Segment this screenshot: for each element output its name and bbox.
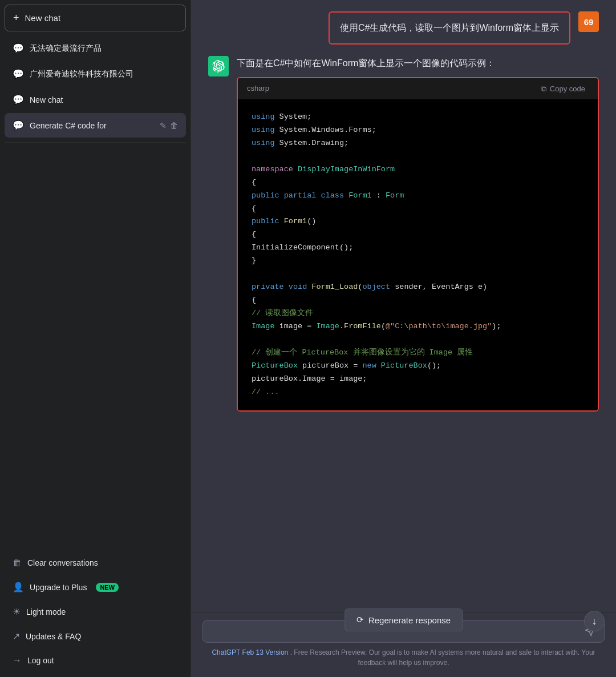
scroll-down-icon: ↓ bbox=[592, 615, 597, 627]
chat-label: 无法确定最流行产品 bbox=[30, 43, 178, 54]
scroll-bottom-button[interactable]: ↓ bbox=[584, 611, 605, 631]
code-token: // 读取图像文件 bbox=[252, 309, 313, 317]
sidebar-action-updates[interactable]: ↗ Updates & FAQ bbox=[5, 624, 186, 648]
regenerate-label: Regenerate response bbox=[368, 615, 451, 625]
chat-area: 使用C#生成代码，读取一个图片到Winform窗体上显示 69 下面是在C#中如… bbox=[191, 0, 616, 612]
code-token: @"C:\path\to\image.jpg" bbox=[386, 322, 492, 331]
code-token: System.Windows.Forms; bbox=[275, 126, 376, 134]
sidebar-chat-item-chat3[interactable]: 💬 New chat bbox=[5, 87, 186, 112]
ai-content: 下面是在C#中如何在WinForm窗体上显示一个图像的代码示例： csharp … bbox=[237, 56, 599, 412]
regenerate-icon: ⟳ bbox=[356, 615, 364, 625]
code-token: Image bbox=[316, 322, 339, 331]
sidebar-actions: 🗑 Clear conversations 👤 Upgrade to Plus … bbox=[5, 551, 186, 672]
edit-icon[interactable]: ✎ bbox=[160, 121, 167, 130]
code-token bbox=[293, 165, 298, 174]
regenerate-button[interactable]: ⟳ Regenerate response bbox=[345, 609, 463, 631]
upgrade-label: Upgrade to Plus bbox=[30, 583, 87, 592]
code-token: public bbox=[252, 191, 279, 200]
user-avatar: 69 bbox=[578, 11, 599, 32]
sidebar-action-lightmode[interactable]: ☀ Light mode bbox=[5, 599, 186, 624]
code-token: System; bbox=[275, 112, 312, 121]
updates-label: Updates & FAQ bbox=[26, 632, 81, 641]
sidebar-bottom: 🗑 Clear conversations 👤 Upgrade to Plus … bbox=[5, 551, 186, 672]
code-token: InitializeComponent(); bbox=[252, 243, 353, 252]
code-token bbox=[284, 283, 289, 291]
code-token: (); bbox=[427, 361, 441, 370]
chat-label: New chat bbox=[30, 95, 178, 104]
delete-icon[interactable]: 🗑 bbox=[170, 121, 178, 130]
sidebar: + New chat 💬 无法确定最流行产品 💬 广州爱奇迪软件科技有限公司 💬… bbox=[0, 0, 191, 677]
code-token: new bbox=[362, 361, 376, 370]
code-token: namespace bbox=[252, 165, 293, 174]
sidebar-action-logout[interactable]: → Log out bbox=[5, 648, 186, 672]
code-line: using System.Drawing; bbox=[252, 137, 584, 150]
sidebar-chat-item-chat2[interactable]: 💬 广州爱奇迪软件科技有限公司 bbox=[5, 62, 186, 86]
code-line bbox=[252, 333, 584, 346]
footer-description: . Free Research Preview. Our goal is to … bbox=[290, 648, 595, 667]
ai-avatar bbox=[208, 56, 229, 76]
code-line: { bbox=[252, 294, 584, 307]
footer-text: ChatGPT Feb 13 Version . Free Research P… bbox=[202, 647, 605, 668]
code-token: . bbox=[339, 322, 344, 331]
code-token: using bbox=[252, 139, 275, 147]
chat-label: 广州爱奇迪软件科技有限公司 bbox=[30, 69, 178, 79]
code-line: PictureBox pictureBox = new PictureBox()… bbox=[252, 360, 584, 373]
code-line: { bbox=[252, 203, 584, 216]
code-line: // 创建一个 PictureBox 并将图像设置为它的 Image 属性 bbox=[252, 346, 584, 360]
upgrade-icon: 👤 bbox=[13, 582, 24, 593]
new-chat-label: New chat bbox=[25, 13, 61, 23]
copy-code-button[interactable]: ⧉ Copy code bbox=[538, 83, 589, 95]
code-line: public Form1() bbox=[252, 215, 584, 228]
sidebar-divider bbox=[5, 142, 186, 143]
copy-icon: ⧉ bbox=[541, 84, 546, 94]
new-chat-button[interactable]: + New chat bbox=[5, 5, 186, 31]
code-line: InitializeComponent(); bbox=[252, 241, 584, 255]
code-line bbox=[252, 268, 584, 281]
code-token: ( bbox=[381, 322, 386, 331]
user-avatar-text: 69 bbox=[584, 17, 594, 27]
code-token: // ... bbox=[252, 388, 279, 396]
sidebar-action-clear[interactable]: 🗑 Clear conversations bbox=[5, 551, 186, 575]
clear-label: Clear conversations bbox=[27, 558, 98, 567]
code-token: { bbox=[252, 230, 256, 239]
updates-icon: ↗ bbox=[13, 631, 20, 642]
code-block: using System;using System.Windows.Forms;… bbox=[238, 99, 598, 410]
user-message-text: 使用C#生成代码，读取一个图片到Winform窗体上显示 bbox=[340, 23, 559, 33]
sidebar-chat-item-chat4[interactable]: 💬 Generate C# code for ✎🗑 bbox=[5, 113, 186, 138]
chat-list: 💬 无法确定最流行产品 💬 广州爱奇迪软件科技有限公司 💬 New chat 💬… bbox=[5, 36, 186, 138]
code-token: Form bbox=[386, 191, 404, 200]
lightmode-label: Light mode bbox=[26, 607, 66, 616]
code-token: PictureBox bbox=[252, 361, 298, 370]
code-token: { bbox=[252, 178, 256, 187]
code-token: { bbox=[252, 296, 256, 304]
code-token bbox=[316, 191, 321, 200]
sidebar-chat-item-chat1[interactable]: 💬 无法确定最流行产品 bbox=[5, 36, 186, 61]
code-token: // 创建一个 PictureBox 并将图像设置为它的 Image 属性 bbox=[252, 348, 473, 357]
code-token: object bbox=[362, 283, 390, 291]
ai-message-row: 下面是在C#中如何在WinForm窗体上显示一个图像的代码示例： csharp … bbox=[208, 56, 599, 412]
code-token: private bbox=[252, 283, 284, 291]
chat-actions: ✎🗑 bbox=[160, 121, 178, 130]
code-token: () bbox=[307, 217, 316, 225]
code-token: using bbox=[252, 112, 275, 121]
upgrade-badge: NEW bbox=[96, 583, 119, 592]
sidebar-action-upgrade[interactable]: 👤 Upgrade to Plus NEW bbox=[5, 575, 186, 599]
code-line: pictureBox.Image = image; bbox=[252, 373, 584, 386]
chat-icon: 💬 bbox=[13, 120, 24, 131]
user-message-row: 使用C#生成代码，读取一个图片到Winform窗体上显示 69 bbox=[208, 11, 599, 45]
code-block-header: csharp ⧉ Copy code bbox=[238, 78, 598, 99]
code-token: PictureBox bbox=[381, 361, 427, 370]
code-token: ); bbox=[492, 322, 501, 331]
ai-intro-text: 下面是在C#中如何在WinForm窗体上显示一个图像的代码示例： bbox=[237, 56, 599, 71]
chat-label: Generate C# code for bbox=[30, 121, 154, 130]
code-token bbox=[279, 191, 284, 200]
code-line: Image image = Image.FromFile(@"C:\path\t… bbox=[252, 320, 584, 333]
chat-icon: 💬 bbox=[13, 68, 24, 79]
code-token: using bbox=[252, 126, 275, 134]
copy-code-label: Copy code bbox=[550, 84, 585, 93]
footer-link[interactable]: ChatGPT Feb 13 Version bbox=[212, 648, 288, 656]
code-token bbox=[279, 217, 284, 225]
code-line: using System.Windows.Forms; bbox=[252, 124, 584, 137]
plus-icon: + bbox=[13, 12, 19, 24]
sidebar-top: + New chat 💬 无法确定最流行产品 💬 广州爱奇迪软件科技有限公司 💬… bbox=[5, 5, 186, 551]
